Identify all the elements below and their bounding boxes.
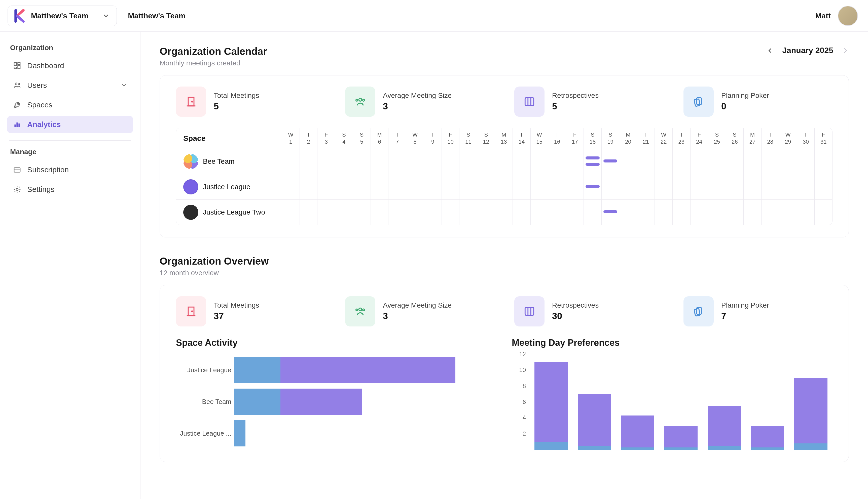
calendar-cell[interactable]: [389, 149, 406, 174]
calendar-cell[interactable]: [282, 174, 300, 199]
calendar-cell[interactable]: [353, 149, 371, 174]
calendar-cell[interactable]: [726, 149, 744, 174]
calendar-cell[interactable]: [726, 200, 744, 225]
calendar-cell[interactable]: [300, 174, 318, 199]
user-avatar[interactable]: [838, 6, 858, 26]
calendar-cell[interactable]: [531, 200, 548, 225]
calendar-cell[interactable]: [797, 200, 815, 225]
calendar-cell[interactable]: [761, 174, 780, 199]
calendar-cell[interactable]: [815, 200, 832, 225]
calendar-cell[interactable]: [566, 174, 584, 199]
calendar-cell[interactable]: [744, 149, 761, 174]
calendar-cell[interactable]: [584, 200, 602, 225]
calendar-cell[interactable]: [548, 200, 566, 225]
calendar-cell[interactable]: [424, 174, 442, 199]
calendar-cell[interactable]: [566, 149, 584, 174]
calendar-cell[interactable]: [353, 200, 371, 225]
calendar-cell[interactable]: [566, 200, 584, 225]
calendar-cell[interactable]: [761, 149, 780, 174]
calendar-cell[interactable]: [797, 149, 815, 174]
calendar-cell[interactable]: [318, 200, 335, 225]
calendar-cell[interactable]: [584, 174, 602, 199]
calendar-cell[interactable]: [726, 174, 744, 199]
calendar-cell[interactable]: [513, 174, 531, 199]
sidebar-item-settings[interactable]: Settings: [7, 181, 133, 198]
calendar-cell[interactable]: [406, 200, 424, 225]
calendar-cell[interactable]: [371, 149, 389, 174]
calendar-cell[interactable]: [655, 149, 673, 174]
calendar-cell[interactable]: [442, 174, 460, 199]
calendar-cell[interactable]: [460, 149, 477, 174]
sidebar-item-subscription[interactable]: Subscription: [7, 161, 133, 179]
calendar-cell[interactable]: [744, 200, 761, 225]
prev-month-button[interactable]: [766, 47, 774, 54]
calendar-cell[interactable]: [477, 174, 495, 199]
calendar-cell[interactable]: [335, 174, 353, 199]
calendar-cell[interactable]: [389, 174, 406, 199]
calendar-cell[interactable]: [602, 200, 619, 225]
user-name[interactable]: Matt: [815, 12, 831, 20]
calendar-cell[interactable]: [637, 174, 655, 199]
calendar-cell[interactable]: [495, 174, 513, 199]
calendar-cell[interactable]: [690, 200, 709, 225]
calendar-cell[interactable]: [477, 149, 495, 174]
calendar-cell[interactable]: [548, 174, 566, 199]
calendar-cell[interactable]: [531, 174, 548, 199]
calendar-cell[interactable]: [584, 149, 602, 174]
calendar-cell[interactable]: [602, 174, 619, 199]
calendar-cell[interactable]: [495, 149, 513, 174]
calendar-cell[interactable]: [389, 200, 406, 225]
calendar-cell[interactable]: [548, 149, 566, 174]
calendar-cell[interactable]: [779, 149, 797, 174]
calendar-cell[interactable]: [318, 174, 335, 199]
calendar-cell[interactable]: [495, 200, 513, 225]
calendar-cell[interactable]: [531, 149, 548, 174]
sidebar-item-dashboard[interactable]: Dashboard: [7, 57, 133, 74]
calendar-cell[interactable]: [371, 174, 389, 199]
calendar-cell[interactable]: [744, 174, 761, 199]
calendar-cell[interactable]: [460, 200, 477, 225]
calendar-cell[interactable]: [406, 149, 424, 174]
calendar-cell[interactable]: [673, 174, 690, 199]
calendar-cell[interactable]: [513, 200, 531, 225]
calendar-cell[interactable]: [300, 149, 318, 174]
calendar-cell[interactable]: [353, 174, 371, 199]
calendar-cell[interactable]: [300, 200, 318, 225]
sidebar-item-analytics[interactable]: Analytics: [7, 116, 133, 133]
calendar-cell[interactable]: [371, 200, 389, 225]
calendar-cell[interactable]: [335, 149, 353, 174]
calendar-cell[interactable]: [424, 200, 442, 225]
calendar-cell[interactable]: [637, 200, 655, 225]
calendar-cell[interactable]: [708, 174, 726, 199]
calendar-cell[interactable]: [690, 149, 709, 174]
calendar-cell[interactable]: [619, 174, 637, 199]
sidebar-item-users[interactable]: Users: [7, 76, 133, 94]
calendar-cell[interactable]: [779, 174, 797, 199]
calendar-cell[interactable]: [761, 200, 780, 225]
calendar-cell[interactable]: [673, 149, 690, 174]
calendar-cell[interactable]: [460, 174, 477, 199]
calendar-cell[interactable]: [619, 149, 637, 174]
calendar-cell[interactable]: [442, 149, 460, 174]
calendar-cell[interactable]: [318, 149, 335, 174]
calendar-cell[interactable]: [797, 174, 815, 199]
calendar-space-row[interactable]: Bee Team: [176, 149, 282, 174]
calendar-cell[interactable]: [708, 200, 726, 225]
team-switcher[interactable]: Matthew's Team: [8, 5, 117, 26]
calendar-cell[interactable]: [335, 200, 353, 225]
calendar-cell[interactable]: [424, 149, 442, 174]
calendar-cell[interactable]: [690, 174, 709, 199]
calendar-cell[interactable]: [406, 174, 424, 199]
calendar-cell[interactable]: [673, 200, 690, 225]
calendar-cell[interactable]: [637, 149, 655, 174]
calendar-cell[interactable]: [779, 200, 797, 225]
calendar-cell[interactable]: [815, 174, 832, 199]
calendar-cell[interactable]: [282, 200, 300, 225]
calendar-cell[interactable]: [477, 200, 495, 225]
calendar-cell[interactable]: [815, 149, 832, 174]
calendar-cell[interactable]: [282, 149, 300, 174]
calendar-cell[interactable]: [513, 149, 531, 174]
calendar-cell[interactable]: [655, 174, 673, 199]
calendar-cell[interactable]: [602, 149, 619, 174]
calendar-cell[interactable]: [619, 200, 637, 225]
